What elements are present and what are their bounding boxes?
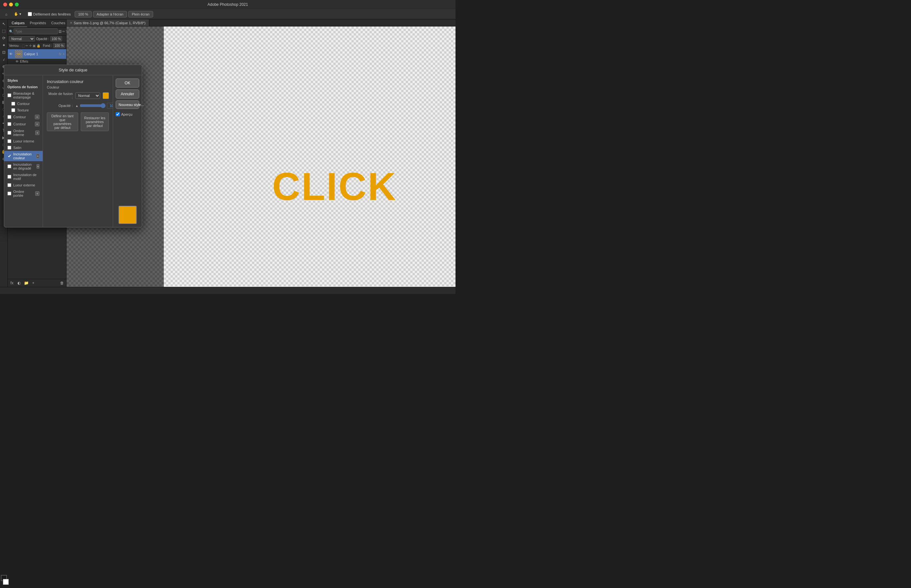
incrustation-motif-label: Incrustation de motif: [13, 173, 39, 181]
hand-tool[interactable]: ✋ ▾: [11, 11, 24, 17]
contour-sub1-checkbox[interactable]: [11, 102, 15, 106]
minimize-button[interactable]: [9, 3, 13, 6]
sidebar-texture[interactable]: Texture: [4, 107, 43, 113]
zoom-display[interactable]: 100 %: [74, 11, 92, 18]
maximize-button[interactable]: [15, 3, 19, 6]
opacity-input[interactable]: [50, 36, 62, 41]
layer-expand-icon[interactable]: ∧: [63, 52, 65, 56]
fullscreen-button[interactable]: Plein écran: [128, 11, 153, 18]
opacity-row-dialog: Opacité : ▲ %: [47, 103, 109, 108]
tab-proprietes[interactable]: Propriétés: [27, 19, 48, 27]
ombre-interne-add-btn[interactable]: +: [35, 131, 39, 135]
delete-layer-button[interactable]: 🗑: [59, 280, 65, 286]
sidebar-contour2[interactable]: Contour +: [4, 113, 43, 121]
tab-couches[interactable]: Couches: [49, 19, 68, 27]
fx-button[interactable]: fx: [9, 280, 15, 286]
ombre-portee-checkbox[interactable]: [7, 192, 11, 195]
biseautage-checkbox[interactable]: [7, 94, 11, 97]
eyedropper-tool[interactable]: 𝒾: [1, 56, 7, 63]
lasso-tool[interactable]: ⟳: [1, 35, 7, 41]
lueur-externe-label: Lueur externe: [13, 183, 35, 187]
sidebar-satin[interactable]: Satin: [4, 144, 43, 151]
color-swatch-dialog[interactable]: [103, 92, 109, 99]
lueur-interne-label: Lueur interne: [13, 139, 34, 143]
opacity-slider-dialog[interactable]: [80, 103, 106, 108]
lueur-interne-checkbox[interactable]: [7, 139, 11, 143]
blend-mode-select-dialog[interactable]: Normal: [75, 92, 100, 99]
content-title: Incrustation couleur: [47, 79, 109, 84]
preview-label: Aperçu: [121, 112, 132, 116]
contour3-add-btn[interactable]: +: [35, 122, 39, 126]
home-icon[interactable]: ⌂: [3, 11, 10, 17]
lock-all-icon[interactable]: 🔒: [37, 44, 40, 47]
lock-position-icon[interactable]: ✛: [29, 44, 32, 47]
incrustation-couleur-checkbox[interactable]: [7, 154, 11, 158]
new-style-button[interactable]: Nouveau style...: [116, 100, 139, 109]
add-layer-button[interactable]: +: [31, 280, 36, 286]
sidebar-ombre-interne[interactable]: Ombre interne +: [4, 128, 43, 138]
ombre-interne-checkbox[interactable]: [7, 131, 11, 135]
sidebar-incrustation-degrade[interactable]: Incrustation en dégradé +: [4, 161, 43, 171]
satin-checkbox[interactable]: [7, 146, 11, 150]
effects-visibility-icon[interactable]: 👁: [16, 60, 19, 63]
set-default-button[interactable]: Définir en tant que paramètres par défau…: [47, 112, 78, 131]
adapt-screen-button[interactable]: Adapter à l'écran: [93, 11, 127, 18]
layer-filter-icon2[interactable]: ✏: [62, 30, 65, 33]
lock-artboard-icon[interactable]: ▣: [32, 44, 36, 47]
add-group-button[interactable]: 📁: [23, 280, 29, 286]
close-button[interactable]: [3, 3, 7, 6]
opacity-input-dialog[interactable]: [107, 103, 113, 108]
preview-checkbox[interactable]: [116, 112, 120, 116]
lock-transparent-icon[interactable]: ⬚: [22, 44, 24, 47]
tab-calques[interactable]: Calques: [9, 19, 27, 27]
incrustation-motif-checkbox[interactable]: [7, 175, 11, 179]
texture-checkbox[interactable]: [11, 108, 15, 112]
ombre-portee-add-btn[interactable]: +: [35, 191, 39, 196]
lock-pixels-icon[interactable]: ✏: [26, 44, 28, 47]
window-controls: [3, 3, 19, 6]
canvas-tab[interactable]: ✕ Sans titre-1.png @ 66,7% (Calque 1, RV…: [66, 19, 149, 26]
layer-fx-icon[interactable]: fx: [59, 52, 61, 56]
fill-input[interactable]: [53, 43, 65, 48]
move-tool[interactable]: ↖: [1, 21, 7, 27]
canvas-transparency-bg: [164, 26, 456, 287]
incrustation-couleur-add-btn[interactable]: +: [36, 154, 39, 158]
sidebar-contour3[interactable]: Contour +: [4, 121, 43, 128]
dialog-preview-swatch: [119, 206, 137, 224]
effects-group[interactable]: 👁 Effets: [14, 59, 66, 64]
sidebar-incrustation-couleur[interactable]: Incrustation couleur +: [4, 151, 43, 161]
sidebar-styles-label[interactable]: Styles: [4, 77, 43, 84]
sidebar-lueur-interne[interactable]: Lueur interne: [4, 138, 43, 144]
scroll-checkbox-input[interactable]: [28, 12, 32, 16]
contour2-checkbox[interactable]: [7, 115, 11, 119]
fill-label: Fond :: [43, 44, 52, 47]
add-adjustment-button[interactable]: ◐: [16, 280, 22, 286]
blend-mode-select[interactable]: Normal: [9, 36, 35, 41]
layer-search-input[interactable]: [14, 28, 58, 34]
layer-item[interactable]: 👁 CLICK Calque 1 fx ∧: [8, 49, 66, 59]
blend-mode-label-dialog: Mode de fusion :: [47, 92, 73, 100]
contour3-checkbox[interactable]: [7, 122, 11, 126]
crop-tool[interactable]: ⊡: [1, 49, 7, 56]
restore-default-button[interactable]: Restaurer les paramètres par défaut: [81, 112, 109, 131]
scroll-windows-checkbox[interactable]: Défilement des fenêtres: [25, 11, 73, 17]
tab-close-icon[interactable]: ✕: [70, 21, 73, 24]
sidebar-incrustation-motif[interactable]: Incrustation de motif: [4, 171, 43, 182]
sidebar-biseautage[interactable]: Biseautage & estampage: [4, 90, 43, 100]
ok-button[interactable]: OK: [116, 79, 139, 87]
sidebar-contour-sub1[interactable]: Contour: [4, 100, 43, 107]
sidebar-lueur-externe[interactable]: Lueur externe: [4, 182, 43, 188]
opacity-container-dialog: ▲ %: [75, 103, 113, 108]
layer-visibility-icon[interactable]: 👁: [9, 52, 14, 56]
contour2-add-btn[interactable]: +: [35, 115, 39, 119]
sidebar-options-label[interactable]: Options de fusion: [4, 84, 43, 90]
dialog-title: Style de calque: [4, 65, 142, 75]
sidebar-ombre-portee[interactable]: Ombre portée +: [4, 188, 43, 199]
incrustation-degrade-checkbox[interactable]: [7, 165, 11, 168]
cancel-button[interactable]: Annuler: [116, 89, 139, 99]
wand-tool[interactable]: ✦: [1, 42, 7, 48]
incrustation-degrade-add-btn[interactable]: +: [37, 164, 39, 169]
selection-tool[interactable]: ⬚: [1, 28, 7, 34]
layer-filter-icon1[interactable]: 🖼: [58, 30, 62, 33]
lueur-externe-checkbox[interactable]: [7, 183, 11, 187]
